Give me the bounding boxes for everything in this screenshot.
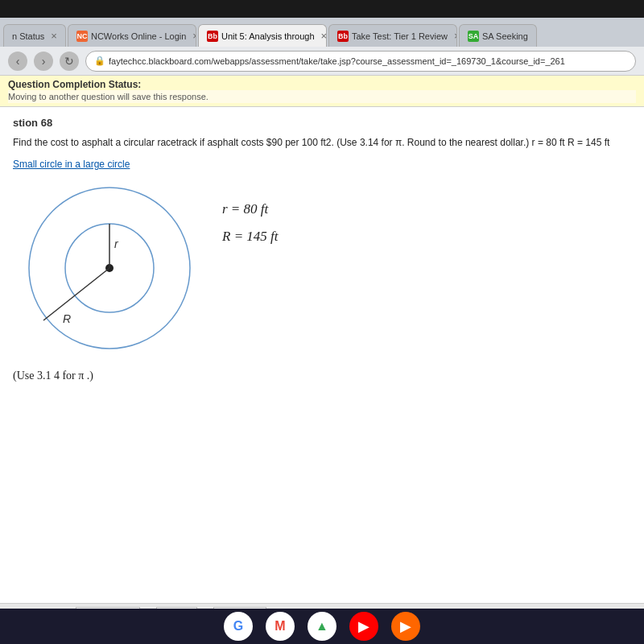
tab-test-close[interactable]: × (454, 30, 457, 42)
tab-ncworks-label: NCWorks Online - Login (91, 31, 186, 41)
r-measurement: r = 80 ft (222, 196, 279, 223)
reload-button[interactable]: ↻ (60, 52, 79, 71)
url-text: faytechcc.blackboard.com/webapps/assessm… (109, 56, 565, 66)
small-circle-link[interactable]: Small circle in a large circle (13, 159, 130, 170)
tab-unit5[interactable]: Bb Unit 5: Analysis through × (198, 24, 327, 47)
lock-icon: 🔒 (94, 56, 105, 66)
completion-banner: Question Completion Status: Moving to an… (0, 76, 644, 107)
url-bar[interactable]: 🔒 faytechcc.blackboard.com/webapps/asses… (85, 51, 636, 72)
forward-button[interactable]: › (34, 52, 53, 71)
tab-test-label: Take Test: Tier 1 Review (352, 31, 448, 41)
tab-status-label: n Status (12, 31, 44, 41)
youtube-icon[interactable]: ▶ (349, 612, 378, 641)
browser-chrome: n Status × NC NCWorks Online - Login × B… (0, 18, 644, 644)
tab-status-close[interactable]: × (51, 30, 57, 42)
tab-unit5-label: Unit 5: Analysis through (221, 31, 315, 41)
question-text: Find the cost to asphalt a circular race… (13, 135, 631, 150)
drive-icon[interactable]: ▲ (308, 612, 336, 641)
tab-status[interactable]: n Status × (3, 24, 66, 47)
system-bar (0, 0, 644, 18)
tab-seeking-favicon: SA (468, 31, 479, 42)
play-icon[interactable]: ▶ (391, 612, 420, 641)
completion-title: Question Completion Status: (8, 79, 636, 90)
google-icon[interactable]: G (224, 612, 253, 641)
measurements: r = 80 ft R = 145 ft (222, 180, 279, 250)
page-content: Question Completion Status: Moving to an… (0, 76, 644, 644)
tab-ncworks-close[interactable]: × (192, 30, 196, 42)
tab-bar: n Status × NC NCWorks Online - Login × B… (0, 18, 644, 47)
back-button[interactable]: ‹ (8, 52, 27, 71)
tab-unit5-favicon: Bb (207, 31, 218, 42)
tab-ncworks-favicon: NC (76, 31, 88, 42)
svg-text:R: R (63, 312, 71, 325)
R-measurement: R = 145 ft (222, 223, 279, 250)
diagram-container: r R r = 80 ft R = 145 ft (13, 180, 631, 357)
tab-ncworks[interactable]: NC NCWorks Online - Login × (68, 24, 196, 47)
taskbar: G M ▲ ▶ ▶ (0, 609, 644, 644)
completion-subtitle: Moving to another question will save thi… (8, 90, 636, 103)
svg-line-4 (43, 268, 109, 320)
address-bar: ‹ › ↻ 🔒 faytechcc.blackboard.com/webapps… (0, 47, 644, 76)
question-area: stion 68 Find the cost to asphalt a circ… (0, 107, 644, 603)
tab-test[interactable]: Bb Take Test: Tier 1 Review × (328, 24, 457, 47)
tab-seeking[interactable]: SA SA Seeking (459, 24, 537, 47)
tab-test-favicon: Bb (337, 31, 349, 42)
circles-svg: r R (13, 180, 206, 357)
tab-seeking-label: SA Seeking (482, 31, 528, 41)
question-number: stion 68 (13, 117, 631, 129)
circle-diagram: r R (13, 180, 206, 357)
gmail-icon[interactable]: M (266, 612, 295, 641)
use-pi-text: (Use 3.1 4 for π .) (13, 369, 631, 382)
tab-unit5-close[interactable]: × (321, 30, 327, 42)
svg-text:r: r (114, 237, 119, 250)
